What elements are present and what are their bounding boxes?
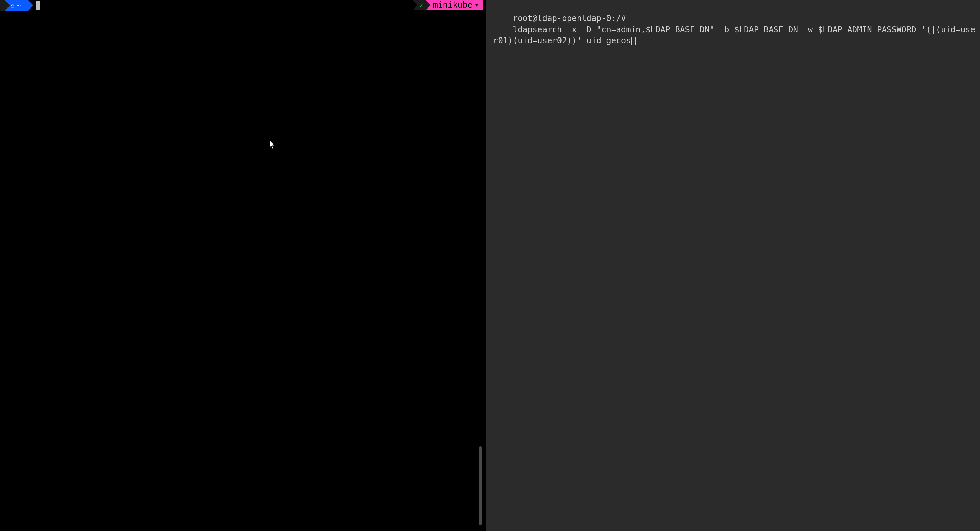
path-tilde: ~ — [17, 2, 21, 10]
check-icon: ✓ — [419, 1, 423, 10]
text-cursor-outline[interactable] — [631, 37, 636, 45]
pane-divider[interactable] — [483, 0, 490, 531]
status-check-segment: ✓ — [413, 0, 425, 10]
shell-command-text: ldapsearch -x -D "cn=admin,$LDAP_BASE_DN… — [493, 25, 975, 45]
scrollbar-thumb[interactable] — [479, 446, 482, 525]
status-bar: ✓ minikube ⎈ — [413, 0, 483, 10]
prompt-segment-os — [0, 0, 5, 11]
kube-context-segment: minikube ⎈ — [426, 0, 483, 10]
shell-prompt-prefix: root@ldap-openldap-0:/# — [513, 14, 626, 23]
mouse-cursor-icon — [269, 140, 277, 150]
home-icon: ⌂ — [10, 2, 14, 10]
split-container: ⌂ ~ ✓ minikube ⎈ root@l — [0, 0, 980, 531]
kube-context-label: minikube — [433, 0, 473, 10]
kube-icon: ⎈ — [475, 2, 479, 9]
terminal-pane-right[interactable]: root@ldap-openldap-0:/# ldapsearch -x -D… — [490, 0, 980, 531]
text-cursor[interactable] — [36, 1, 40, 10]
terminal-pane-left[interactable]: ⌂ ~ ✓ minikube ⎈ — [0, 0, 483, 531]
prompt-bar: ⌂ ~ ✓ minikube ⎈ — [0, 0, 483, 11]
